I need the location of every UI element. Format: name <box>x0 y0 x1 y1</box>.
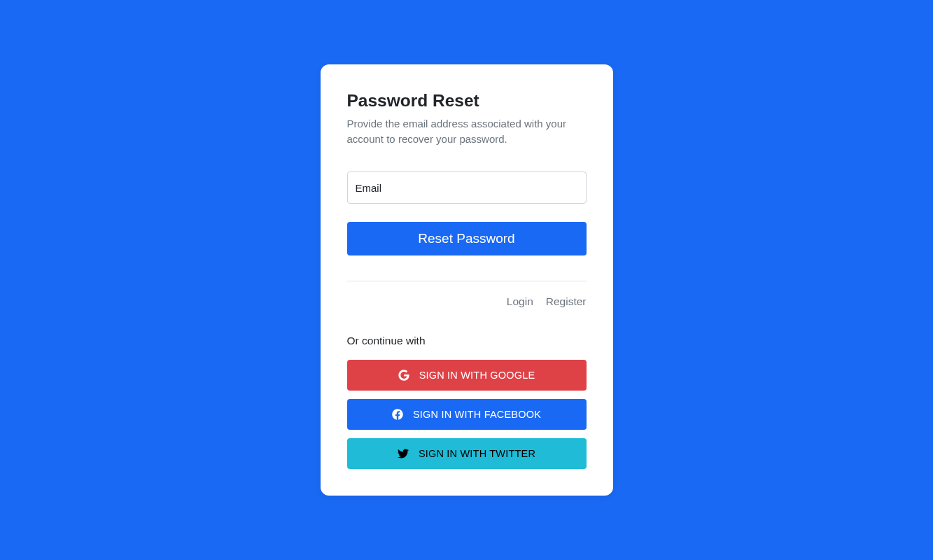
google-icon <box>398 370 409 381</box>
facebook-signin-button[interactable]: SIGN IN WITH FACEBOOK <box>347 399 587 430</box>
google-signin-button[interactable]: SIGN IN WITH GOOGLE <box>347 360 587 391</box>
register-link[interactable]: Register <box>546 295 587 308</box>
facebook-icon <box>392 409 403 420</box>
twitter-icon <box>398 448 409 459</box>
auth-links: Login Register <box>347 295 587 308</box>
email-field[interactable] <box>347 172 587 204</box>
continue-label: Or continue with <box>347 335 587 347</box>
google-signin-label: SIGN IN WITH GOOGLE <box>419 370 535 381</box>
twitter-signin-button[interactable]: SIGN IN WITH TWITTER <box>347 438 587 469</box>
facebook-signin-label: SIGN IN WITH FACEBOOK <box>413 409 541 420</box>
login-link[interactable]: Login <box>507 295 533 308</box>
divider <box>347 281 587 281</box>
page-subtitle: Provide the email address associated wit… <box>347 116 587 147</box>
twitter-signin-label: SIGN IN WITH TWITTER <box>419 448 535 459</box>
password-reset-card: Password Reset Provide the email address… <box>321 64 613 496</box>
page-title: Password Reset <box>347 91 587 111</box>
reset-password-button[interactable]: Reset Password <box>347 222 587 255</box>
email-input-wrap: Email <box>347 172 587 204</box>
